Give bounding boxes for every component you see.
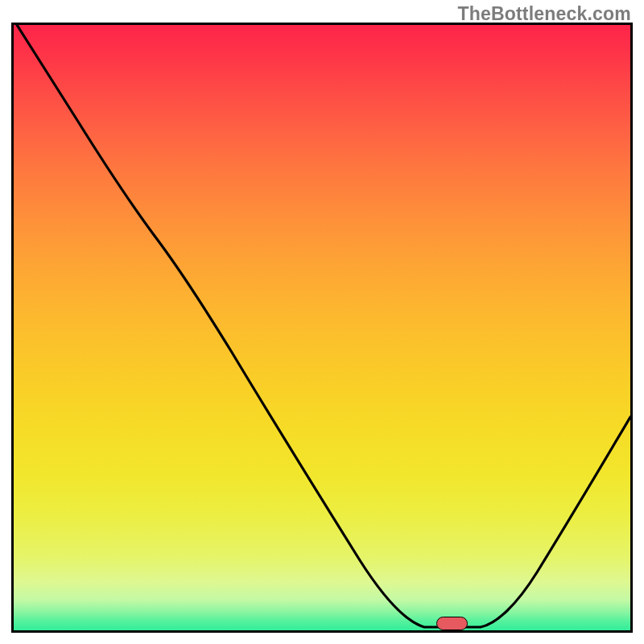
- optimum-marker: [436, 617, 468, 630]
- gradient-background: [14, 25, 630, 630]
- watermark-text: TheBottleneck.com: [457, 3, 631, 25]
- chart-frame: [11, 23, 633, 633]
